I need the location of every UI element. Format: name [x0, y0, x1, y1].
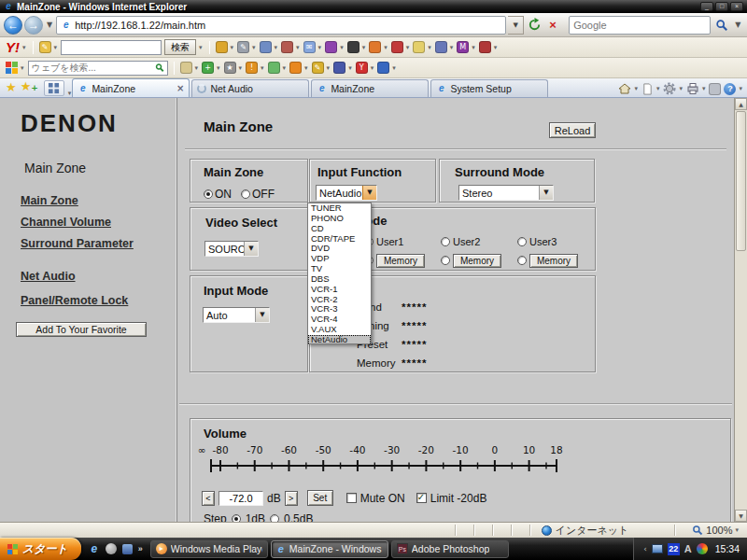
chevron-down-icon[interactable]: ▾: [679, 85, 683, 92]
sidebar-link-main-zone[interactable]: Main Zone: [21, 194, 78, 207]
limit-checkbox[interactable]: [416, 493, 427, 503]
chevron-down-icon[interactable]: ▾: [283, 64, 287, 72]
tray-chevron-icon[interactable]: ‹: [643, 544, 647, 553]
start-button[interactable]: スタート: [0, 538, 81, 560]
people-icon[interactable]: [268, 62, 280, 74]
chevron-down-icon[interactable]: ▾: [450, 44, 454, 51]
tab-net-audio[interactable]: Net Audio: [191, 79, 309, 97]
chevron-down-icon[interactable]: ▾: [252, 44, 256, 51]
chevron-down-icon[interactable]: ▾: [54, 44, 58, 51]
pen-icon[interactable]: ✎: [237, 41, 249, 53]
chevron-down-icon[interactable]: ▾: [199, 44, 203, 51]
note-icon[interactable]: [333, 62, 345, 74]
add-icon[interactable]: +: [202, 62, 214, 74]
memory-radio[interactable]: [441, 256, 450, 265]
chevron-down-icon[interactable]: ▾: [392, 64, 396, 72]
forward-button[interactable]: →: [24, 16, 43, 35]
yahoo-search-input[interactable]: [64, 42, 158, 52]
taskbar-task-adobe-photoshop[interactable]: PsAdobe Photoshop: [391, 540, 509, 558]
chevron-down-icon[interactable]: ▾: [217, 64, 220, 72]
alert-icon[interactable]: !: [246, 62, 258, 74]
ie-icon[interactable]: e: [89, 543, 100, 554]
favorites-star-icon[interactable]: ★: [6, 80, 17, 95]
magnifier-icon[interactable]: [216, 41, 228, 53]
add-to-favorite-button[interactable]: Add To Your Favorite: [16, 322, 147, 337]
reload-button[interactable]: ReLoad: [549, 122, 596, 138]
chevron-down-icon[interactable]: ▾: [275, 44, 278, 51]
yahoo-search-button[interactable]: 検索: [164, 39, 196, 55]
back-button[interactable]: ←: [4, 16, 22, 35]
chevron-down-icon[interactable]: ▾: [22, 44, 26, 51]
bookmark-icon[interactable]: [391, 41, 403, 53]
tools-gear-icon[interactable]: [663, 82, 676, 95]
chevron-down-icon[interactable]: ▾: [239, 64, 243, 72]
yahoo-logo-icon[interactable]: Y!: [6, 39, 20, 55]
dropdown-arrow-icon[interactable]: [244, 242, 258, 256]
chevron-down-icon[interactable]: ▾: [634, 85, 638, 92]
chevron-down-icon[interactable]: ▾: [656, 85, 660, 92]
step-05db-radio[interactable]: [270, 514, 279, 522]
memory-button[interactable]: Memory: [529, 254, 578, 268]
my-yahoo-icon[interactable]: M: [457, 41, 469, 53]
dropdown-arrow-icon[interactable]: [539, 186, 553, 200]
zoom-control[interactable]: 100% ▾: [692, 525, 740, 536]
volume-value-input[interactable]: [218, 491, 263, 506]
chevron-down-icon[interactable]: ▾: [472, 44, 475, 51]
sidebar-link-surround-parameter[interactable]: Surround Parameter: [21, 237, 134, 250]
chevron-down-icon[interactable]: ▾: [327, 64, 331, 72]
tab-mainzone[interactable]: eMainZone×: [72, 78, 190, 97]
globe-icon[interactable]: [377, 62, 389, 74]
chevron-down-icon[interactable]: ▾: [371, 64, 374, 72]
sidebar-link-panel-remote-lock[interactable]: Panel/Remote Lock: [21, 294, 128, 307]
chevron-down-icon[interactable]: ▾: [494, 44, 498, 51]
chevron-down-icon[interactable]: ▾: [318, 44, 322, 51]
page-icon[interactable]: [641, 83, 654, 95]
taskbar-task-mainzone-windows[interactable]: eMainZone - Windows ...: [271, 540, 388, 558]
chevron-down-icon[interactable]: ▾: [702, 85, 706, 92]
folder-icon[interactable]: [180, 62, 192, 74]
web-search-input[interactable]: [32, 63, 152, 73]
magnifier-icon[interactable]: [155, 63, 164, 73]
tab-close-icon[interactable]: ×: [176, 83, 184, 93]
help-icon[interactable]: ?: [724, 83, 736, 95]
memory-button[interactable]: Memory: [453, 254, 501, 268]
chevron-down-icon[interactable]: ▾: [68, 90, 72, 97]
network-icon[interactable]: [652, 544, 663, 553]
search-input[interactable]: [573, 20, 706, 31]
rss-icon[interactable]: [709, 83, 721, 95]
step-1db-radio[interactable]: [232, 514, 241, 522]
search-box[interactable]: [569, 16, 711, 35]
windows-logo-icon[interactable]: [6, 62, 18, 74]
ime-icon[interactable]: A: [684, 543, 692, 554]
chevron-down-icon[interactable]: ▾: [428, 44, 431, 51]
maximize-button[interactable]: □: [715, 2, 728, 11]
chevron-down-icon[interactable]: ▾: [195, 64, 199, 72]
soccer-icon[interactable]: [347, 41, 359, 53]
logout-icon[interactable]: [479, 41, 491, 53]
chevron-more-icon[interactable]: »: [138, 544, 143, 553]
taskbar-task-windows-media-player[interactable]: ▸Windows Media Player: [150, 540, 268, 558]
chevron-down-icon[interactable]: ▾: [735, 526, 739, 534]
yahoo-icon[interactable]: Y: [356, 62, 368, 74]
search-options-dropdown-icon[interactable]: ▼: [735, 21, 740, 29]
input-mode-select[interactable]: Auto: [203, 307, 270, 323]
media-player-icon[interactable]: [106, 543, 117, 554]
input-function-select[interactable]: NetAudio: [316, 185, 377, 201]
power-on-radio[interactable]: [204, 189, 213, 199]
address-dropdown-icon[interactable]: ▼: [508, 16, 524, 35]
scroll-down-icon[interactable]: ▼: [735, 510, 747, 522]
tray-app-icon[interactable]: [697, 543, 708, 554]
surround-mode-select[interactable]: Stereo: [458, 185, 554, 201]
chevron-down-icon[interactable]: ▾: [296, 44, 300, 51]
chevron-down-icon[interactable]: ▾: [231, 44, 234, 51]
chevron-down-icon[interactable]: ▾: [406, 44, 410, 51]
chevron-down-icon[interactable]: ▾: [348, 64, 352, 72]
print-icon[interactable]: [686, 82, 699, 95]
notepad-icon[interactable]: [413, 41, 425, 53]
option-vcr-1[interactable]: VCR-1: [308, 285, 371, 295]
refresh-icon[interactable]: [526, 17, 543, 34]
memory-radio[interactable]: [517, 256, 527, 265]
volume-decrease-button[interactable]: <: [202, 491, 215, 506]
chevron-down-icon[interactable]: ▾: [384, 44, 388, 51]
power-off-radio[interactable]: [241, 189, 250, 199]
